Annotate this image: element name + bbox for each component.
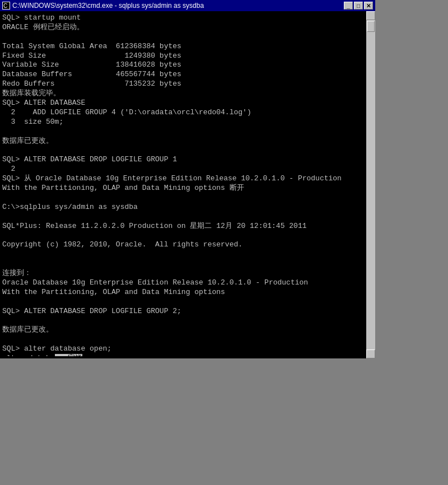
window-title: C:\WINDOWS\system32\cmd.exe - sqlplus sy…: [12, 2, 204, 10]
maximize-button[interactable]: □: [354, 2, 363, 10]
window-controls: _ □ ✕: [344, 2, 373, 10]
terminal-content[interactable]: SQL> startup mount ORACLE 例程已经启动。 Total …: [2, 13, 366, 356]
terminal-text: SQL> startup mount ORACLE 例程已经启动。 Total …: [2, 13, 366, 356]
terminal-area: SQL> startup mount ORACLE 例程已经启动。 Total …: [0, 11, 375, 358]
title-bar-left: C C:\WINDOWS\system32\cmd.exe - sqlplus …: [2, 2, 204, 10]
title-bar: C C:\WINDOWS\system32\cmd.exe - sqlplus …: [0, 0, 375, 11]
cmd-icon: C: [2, 2, 10, 10]
scroll-up-arrow[interactable]: ▲: [366, 11, 375, 20]
close-button[interactable]: ✕: [364, 2, 373, 10]
scroll-down-arrow[interactable]: ▼: [366, 349, 375, 358]
svg-text:C: C: [3, 3, 7, 9]
minimize-button[interactable]: _: [344, 2, 353, 10]
scroll-thumb[interactable]: [367, 21, 375, 32]
cmd-window: C C:\WINDOWS\system32\cmd.exe - sqlplus …: [0, 0, 375, 358]
scrollbar[interactable]: ▲ ▼: [366, 11, 375, 358]
